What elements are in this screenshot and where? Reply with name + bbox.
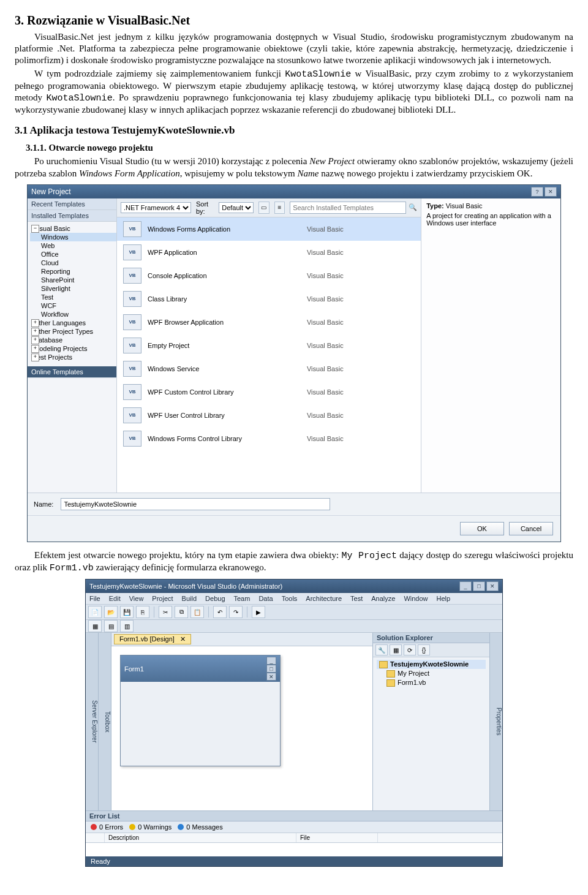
properties-tab[interactable]: Properties: [489, 633, 502, 810]
menu-item[interactable]: Test: [349, 594, 364, 603]
tree-item[interactable]: Reporting: [30, 267, 116, 276]
view-medium-icon[interactable]: ▭: [258, 202, 269, 214]
tree-item[interactable]: Test: [30, 293, 116, 301]
cancel-button[interactable]: Cancel: [509, 522, 553, 535]
column-header[interactable]: File: [296, 833, 378, 842]
menu-item[interactable]: Window: [402, 594, 429, 603]
help-button[interactable]: ?: [531, 187, 543, 197]
tree-toggle-icon[interactable]: −: [31, 225, 39, 233]
close-button[interactable]: ✕: [545, 187, 557, 197]
menu-item[interactable]: Team: [233, 594, 252, 603]
tree-item[interactable]: +Database: [30, 336, 116, 344]
minimize-button[interactable]: _: [459, 581, 472, 591]
menu-item[interactable]: Build: [181, 594, 198, 603]
tree-item[interactable]: Web: [30, 241, 116, 250]
server-explorer-tab[interactable]: Server Explorer: [86, 633, 99, 810]
tree-item[interactable]: +Other Languages: [30, 319, 116, 327]
menu-item[interactable]: File: [88, 594, 102, 603]
show-all-icon[interactable]: ▦: [390, 644, 402, 655]
copy-icon[interactable]: ⧉: [175, 606, 188, 618]
tree-item[interactable]: Cloud: [30, 259, 116, 267]
tree-toggle-icon[interactable]: +: [31, 328, 39, 336]
template-row[interactable]: VBClass LibraryVisual Basic: [117, 287, 421, 311]
recent-templates-header[interactable]: Recent Templates: [28, 198, 116, 210]
template-row[interactable]: VBConsole ApplicationVisual Basic: [117, 264, 421, 287]
search-icon[interactable]: 🔍: [409, 203, 417, 211]
solution-root[interactable]: TestujemyKwoteSlownie: [377, 660, 486, 669]
refresh-icon[interactable]: ⟳: [404, 644, 416, 655]
undo-icon[interactable]: ↶: [213, 606, 227, 618]
new-project-icon[interactable]: 📄: [88, 606, 102, 618]
tree-item[interactable]: WCF: [30, 301, 116, 310]
menu-item[interactable]: Tools: [281, 594, 299, 603]
close-button[interactable]: ✕: [486, 581, 499, 591]
menu-item[interactable]: Edit: [108, 594, 122, 603]
menu-item[interactable]: Project: [151, 594, 174, 603]
tree-toggle-icon[interactable]: +: [31, 353, 39, 361]
menu-item[interactable]: Debug: [204, 594, 226, 603]
solution-item[interactable]: My Project: [377, 669, 486, 678]
installed-templates-header[interactable]: Installed Templates: [28, 210, 116, 222]
paste-icon[interactable]: 📋: [190, 606, 204, 618]
solution-item[interactable]: Form1.vb: [377, 678, 486, 687]
maximize-button[interactable]: □: [473, 581, 485, 591]
start-debug-icon[interactable]: ▶: [252, 606, 265, 618]
toolbox-tab[interactable]: Toolbox: [99, 633, 111, 810]
cut-icon[interactable]: ✂: [159, 606, 172, 618]
error-filter[interactable]: 0 Messages: [178, 823, 222, 831]
align-icon[interactable]: ▥: [120, 620, 134, 632]
menu-item[interactable]: View: [128, 594, 145, 603]
save-all-icon[interactable]: ⎘: [136, 606, 149, 618]
error-filter[interactable]: 0 Warnings: [129, 823, 172, 831]
framework-select[interactable]: .NET Framework 4: [121, 202, 191, 213]
error-filter[interactable]: 0 Errors: [91, 823, 123, 831]
vs-titlebar[interactable]: TestujemyKwoteSlownie - Microsoft Visual…: [86, 580, 502, 593]
redo-icon[interactable]: ↷: [229, 606, 243, 618]
template-row[interactable]: VBEmpty ProjectVisual Basic: [117, 334, 421, 357]
menu-item[interactable]: Data: [257, 594, 274, 603]
tree-item[interactable]: SharePoint: [30, 276, 116, 284]
template-row[interactable]: VBWindows Forms Control LibraryVisual Ba…: [117, 427, 421, 450]
tree-item[interactable]: +Modeling Projects: [30, 344, 116, 353]
open-icon[interactable]: 📂: [104, 606, 118, 618]
tree-toggle-icon[interactable]: +: [31, 319, 39, 327]
template-row[interactable]: VBWPF User Control LibraryVisual Basic: [117, 404, 421, 427]
column-header[interactable]: [86, 833, 105, 842]
view-small-icon[interactable]: ≡: [274, 202, 285, 214]
close-icon[interactable]: ✕: [180, 635, 186, 643]
tree-item[interactable]: +Test Projects: [30, 353, 116, 361]
designer-form[interactable]: Form1 _ □ ✕: [120, 655, 281, 766]
template-row[interactable]: VBWPF Custom Control LibraryVisual Basic: [117, 380, 421, 404]
tree-item-visual-basic[interactable]: − Visual Basic: [30, 224, 116, 233]
search-input[interactable]: [290, 202, 406, 214]
save-icon[interactable]: 💾: [120, 606, 134, 618]
ok-button[interactable]: OK: [460, 522, 504, 535]
tree-item[interactable]: Silverlight: [30, 284, 116, 293]
properties-icon[interactable]: 🔧: [375, 644, 388, 655]
error-list-header[interactable]: Error List: [86, 811, 502, 821]
online-templates-header[interactable]: Online Templates: [28, 366, 116, 378]
align-icon[interactable]: ▦: [88, 620, 102, 632]
tree-toggle-icon[interactable]: +: [31, 336, 39, 344]
template-row[interactable]: VBWindows Forms ApplicationVisual Basic: [117, 217, 421, 241]
form-designer[interactable]: Form1 _ □ ✕: [111, 646, 372, 810]
tree-item[interactable]: Windows: [30, 233, 116, 241]
project-name-input[interactable]: [61, 498, 330, 510]
menu-item[interactable]: Analyze: [370, 594, 396, 603]
tree-item[interactable]: +Other Project Types: [30, 327, 116, 336]
tree-item[interactable]: Office: [30, 250, 116, 259]
document-tab-form1[interactable]: Form1.vb [Design] ✕: [114, 634, 191, 644]
tree-item[interactable]: Workflow: [30, 310, 116, 319]
template-row[interactable]: VBWindows ServiceVisual Basic: [117, 357, 421, 380]
sort-select[interactable]: Default: [219, 202, 254, 213]
menu-item[interactable]: Help: [435, 594, 452, 603]
tree-toggle-icon[interactable]: +: [31, 345, 39, 353]
align-icon[interactable]: ▤: [104, 620, 118, 632]
view-code-icon[interactable]: {}: [418, 644, 430, 655]
column-header[interactable]: Description: [105, 833, 296, 842]
template-row[interactable]: VBWPF ApplicationVisual Basic: [117, 241, 421, 264]
dialog-titlebar[interactable]: New Project ? ✕: [28, 185, 560, 198]
template-row[interactable]: VBWPF Browser ApplicationVisual Basic: [117, 311, 421, 334]
solution-explorer-header[interactable]: Solution Explorer: [373, 633, 489, 643]
menu-item[interactable]: Architecture: [304, 594, 343, 603]
